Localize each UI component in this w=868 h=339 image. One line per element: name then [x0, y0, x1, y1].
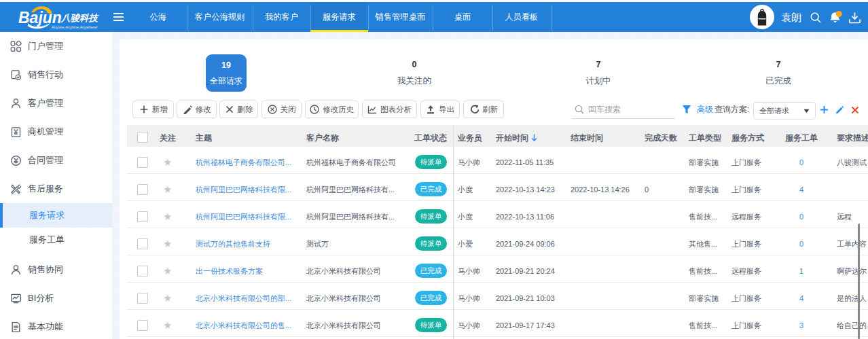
svg-text:Anyone,Anytime,Anywhere!: Anyone,Anytime,Anywhere!: [52, 25, 98, 29]
svg-text:八骏科技: 八骏科技: [60, 13, 100, 23]
svg-text:Bajun: Bajun: [18, 9, 62, 26]
